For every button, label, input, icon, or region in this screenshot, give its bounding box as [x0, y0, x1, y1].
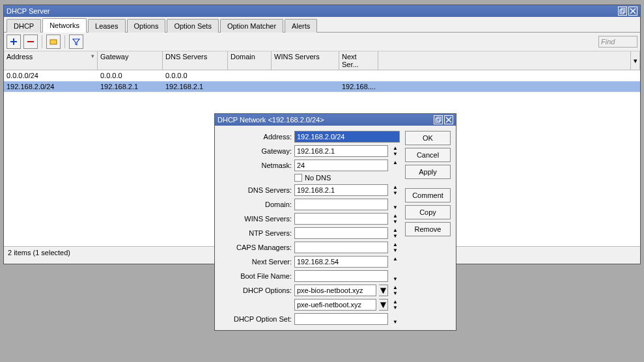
close-icon[interactable] — [628, 7, 637, 16]
main-title: DHCP Server — [7, 7, 49, 15]
optset-spinner[interactable]: ▲▼ — [391, 313, 400, 325]
dlg-title: DHCP Network <192.168.2.0/24> — [217, 116, 324, 124]
add-button[interactable] — [7, 35, 21, 49]
nextsrv-spinner[interactable]: ▲▼ — [391, 256, 400, 268]
restore-icon[interactable] — [618, 7, 627, 16]
cancel-button[interactable]: Cancel — [405, 148, 451, 162]
boot-input[interactable] — [294, 270, 388, 282]
dlg-buttons: OK Cancel Apply Comment Copy Remove — [405, 131, 451, 325]
netmask-spinner[interactable]: ▲▼ — [391, 160, 400, 171]
dns-input[interactable]: 192.168.2.1 — [294, 184, 388, 196]
svg-rect-0 — [620, 10, 624, 14]
svg-rect-1 — [621, 8, 625, 12]
boot-label: Boot File Name: — [220, 272, 292, 280]
main-tabs: DHCP Networks Leases Options Option Sets… — [4, 17, 640, 33]
domain-spinner[interactable]: ▲▼ — [391, 199, 400, 210]
main-toolbar: Find — [4, 33, 640, 51]
tab-networks[interactable]: Networks — [42, 18, 87, 33]
dhcpopt2-spinner[interactable]: ▲▼ — [391, 299, 400, 311]
tab-dhcp[interactable]: DHCP — [7, 19, 41, 33]
ok-button[interactable]: OK — [405, 131, 451, 145]
wins-spinner[interactable]: ▲▼ — [391, 213, 400, 225]
caps-input[interactable] — [294, 242, 388, 253]
boot-spinner[interactable]: ▲▼ — [391, 270, 400, 282]
columns-menu-icon[interactable]: ▾ — [631, 51, 640, 70]
address-input[interactable]: 192.168.2.0/24 — [294, 131, 400, 143]
dhcpopt2-dropdown-icon[interactable]: ⯆ — [379, 299, 388, 311]
main-titlebar[interactable]: DHCP Server — [4, 5, 640, 17]
dhcpopt1-spinner[interactable]: ▲▼ — [391, 285, 400, 296]
svg-rect-3 — [436, 118, 440, 122]
gateway-label: Gateway: — [220, 147, 292, 155]
tab-option-sets[interactable]: Option Sets — [167, 19, 218, 33]
dns-label: DNS Servers: — [220, 186, 292, 194]
ntp-input[interactable] — [294, 227, 388, 239]
restore-icon[interactable] — [434, 115, 443, 124]
col-dns[interactable]: DNS Servers — [163, 51, 228, 70]
col-spacer — [378, 51, 631, 70]
gateway-spinner[interactable]: ▲▼ — [391, 145, 400, 157]
comment-button[interactable] — [46, 35, 61, 49]
nodns-label: No DNS — [305, 174, 331, 182]
dlg-form: Address: 192.168.2.0/24 Gateway: 192.168… — [220, 131, 400, 325]
dhcpopt2-input[interactable]: pxe-uefi-netboot.xyz — [294, 299, 376, 311]
col-next-server[interactable]: Next Ser... — [339, 51, 378, 70]
close-icon[interactable] — [444, 115, 453, 124]
ntp-label: NTP Servers: — [220, 229, 292, 237]
gateway-input[interactable]: 192.168.2.1 — [294, 145, 388, 157]
netmask-label: Netmask: — [220, 161, 292, 169]
col-domain[interactable]: Domain — [228, 51, 272, 70]
tab-options[interactable]: Options — [127, 19, 166, 33]
tab-alerts[interactable]: Alerts — [285, 19, 317, 33]
ntp-spinner[interactable]: ▲▼ — [391, 227, 400, 239]
domain-label: Domain: — [220, 201, 292, 208]
copy-button[interactable]: Copy — [405, 205, 451, 219]
nextsrv-input[interactable]: 192.168.2.54 — [294, 256, 388, 268]
nodns-checkbox[interactable] — [294, 174, 302, 182]
tab-option-matcher[interactable]: Option Matcher — [220, 19, 283, 33]
dhcpopt1-input[interactable]: pxe-bios-netboot.xyz — [294, 285, 376, 296]
col-address[interactable]: Address — [4, 51, 98, 70]
dhcpopt-label: DHCP Options: — [220, 286, 292, 294]
remove-button[interactable]: Remove — [405, 222, 451, 236]
remove-button[interactable] — [23, 35, 38, 49]
address-label: Address: — [220, 133, 292, 141]
optset-label: DHCP Option Set: — [220, 315, 292, 323]
table-row[interactable]: 192.168.2.0/24 192.168.2.1 192.168.2.1 1… — [4, 81, 640, 92]
svg-rect-2 — [50, 40, 57, 44]
wins-label: WINS Servers: — [220, 215, 292, 223]
apply-button[interactable]: Apply — [405, 165, 451, 179]
optset-input[interactable] — [294, 313, 388, 325]
caps-spinner[interactable]: ▲▼ — [391, 242, 400, 253]
dhcpopt1-dropdown-icon[interactable]: ⯆ — [379, 285, 388, 296]
tab-leases[interactable]: Leases — [88, 19, 125, 33]
dhcp-network-dialog: DHCP Network <192.168.2.0/24> Address: 1… — [214, 113, 456, 331]
find-input[interactable]: Find — [598, 36, 637, 48]
domain-input[interactable] — [294, 199, 388, 210]
caps-label: CAPS Managers: — [220, 244, 292, 251]
svg-rect-4 — [437, 117, 441, 121]
netmask-input[interactable]: 24 — [294, 160, 388, 171]
comment-button[interactable]: Comment — [405, 188, 451, 202]
wins-input[interactable] — [294, 213, 388, 225]
col-gateway[interactable]: Gateway — [98, 51, 163, 70]
nextsrv-label: Next Server: — [220, 258, 292, 266]
dlg-titlebar[interactable]: DHCP Network <192.168.2.0/24> — [215, 114, 456, 126]
grid-header: Address Gateway DNS Servers Domain WINS … — [4, 51, 640, 70]
filter-button[interactable] — [69, 35, 83, 49]
table-row[interactable]: 0.0.0.0/24 0.0.0.0 0.0.0.0 — [4, 70, 640, 81]
col-wins[interactable]: WINS Servers — [272, 51, 339, 70]
dns-spinner[interactable]: ▲▼ — [391, 184, 400, 196]
